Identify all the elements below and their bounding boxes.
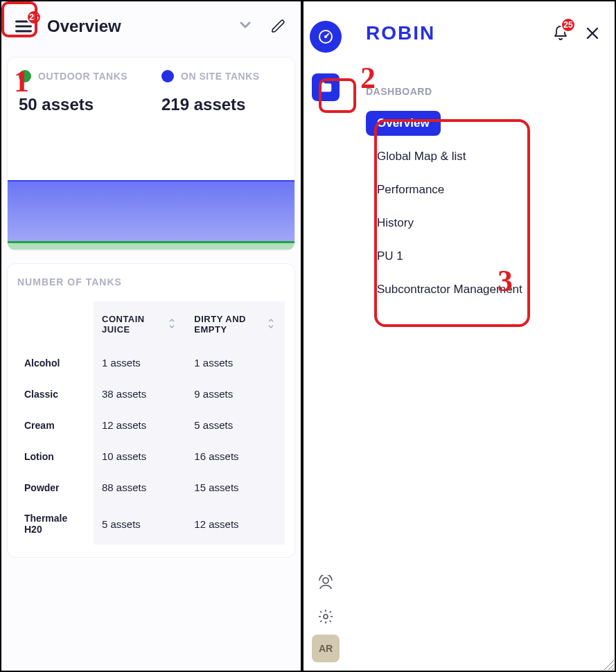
support-button[interactable] [310,568,341,599]
stats-chart [7,167,295,250]
table-row: Lotion10 assets16 assets [17,441,285,472]
row-dirty-empty: 12 assets [186,503,285,545]
sort-icon [265,318,276,331]
table-row: Thermale H205 assets12 assets [17,503,285,545]
row-dirty-empty: 16 assets [186,441,285,472]
menu-item-global-map-list[interactable]: Global Map & list [366,144,477,169]
row-dirty-empty: 1 assets [186,347,285,378]
rail-home-button[interactable] [310,21,342,53]
right-header: ROBIN 25 [366,17,606,50]
stat-onsite: ON SITE TANKS 219 assets [161,70,283,114]
right-main: ROBIN 25 DASHBOARD OverviewGlobal Map & … [348,1,615,671]
dot-blue-icon [161,70,174,82]
table-row: Powder88 assets15 assets [17,472,285,503]
table-title: NUMBER OF TANKS [17,276,285,288]
close-button[interactable] [579,19,606,47]
row-name: Powder [17,472,94,503]
stat-outdoor-value: 50 assets [19,95,141,114]
tanks-table: CONTAIN JUICE DIRTY AND EMPTY Alcohol1 a… [17,301,285,545]
resize-handle[interactable] [604,660,615,671]
col-contain-juice[interactable]: CONTAIN JUICE [94,301,186,347]
page-title: Overview [47,17,121,36]
brand-logo: ROBIN [366,22,435,44]
left-header: 25 Overview [7,7,295,46]
row-dirty-empty: 15 assets [186,472,285,503]
table-row: Alcohol1 assets1 assets [17,347,285,378]
rail-folder-button[interactable] [312,73,340,101]
menu-item-subcontractor-management[interactable]: Subcontractor Management [366,277,534,302]
row-contain-juice: 10 assets [94,441,186,472]
chevron-down-icon[interactable] [237,17,254,36]
row-contain-juice: 88 assets [94,472,186,503]
row-name: Lotion [17,441,94,472]
right-pane: AR ROBIN 25 DASHBOARD OverviewGlobal Map… [303,0,616,672]
menu-item-history[interactable]: History [366,211,425,236]
table-row: Classic38 assets9 assets [17,378,285,409]
col-dirty-empty[interactable]: DIRTY AND EMPTY [186,301,285,347]
stats-card: OUTDOOR TANKS 50 assets ON SITE TANKS 21… [7,57,295,251]
menu-badge: 25 [26,10,42,25]
dot-green-icon [19,70,31,82]
edit-button[interactable] [265,12,292,40]
headset-icon [317,575,334,592]
bell-badge: 25 [561,17,576,33]
row-contain-juice: 38 assets [94,378,186,409]
sort-icon [166,318,177,331]
pencil-icon [271,19,286,34]
svg-point-1 [324,35,327,38]
svg-point-3 [324,614,328,619]
gauge-icon [317,28,334,45]
left-pane: 25 Overview OUTDOOR TANKS 50 assets ON S… [0,0,303,672]
section-title: DASHBOARD [366,86,606,97]
settings-button[interactable] [310,601,341,632]
row-name: Alcohol [17,347,94,378]
menu-item-performance[interactable]: Performance [366,177,455,202]
gear-icon [317,608,334,625]
close-icon [584,25,601,42]
side-rail: AR [303,1,348,671]
menu-item-pu-1[interactable]: PU 1 [366,244,414,269]
avatar[interactable]: AR [312,635,340,662]
row-name: Classic [17,378,94,409]
menu-button[interactable]: 25 [10,12,37,40]
svg-point-2 [323,578,328,583]
row-name: Cream [17,409,94,441]
notifications-button[interactable]: 25 [547,19,574,47]
stat-onsite-value: 219 assets [161,95,283,114]
row-contain-juice: 12 assets [94,409,186,441]
row-contain-juice: 1 assets [94,347,186,378]
row-contain-juice: 5 assets [94,503,186,545]
row-dirty-empty: 5 assets [186,409,285,441]
dashboard-menu: OverviewGlobal Map & listPerformanceHist… [366,111,606,302]
row-dirty-empty: 9 assets [186,378,285,409]
menu-item-overview[interactable]: Overview [366,111,441,136]
stat-outdoor: OUTDOOR TANKS 50 assets [19,70,141,114]
table-row: Cream12 assets5 assets [17,409,285,441]
row-name: Thermale H20 [17,503,94,545]
tanks-table-card: NUMBER OF TANKS CONTAIN JUICE DIRTY AND … [7,263,295,558]
folder-icon [318,80,333,95]
